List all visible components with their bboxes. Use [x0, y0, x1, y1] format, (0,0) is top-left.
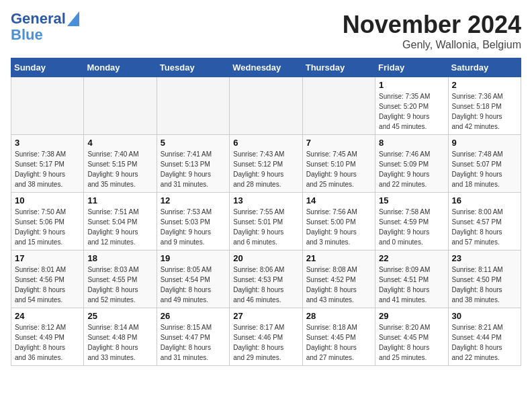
calendar-cell: 12Sunrise: 7:53 AM Sunset: 5:03 PM Dayli… [157, 193, 229, 250]
logo-text-general: General [11, 11, 66, 27]
weekday-header-monday: Monday [84, 58, 157, 77]
day-number: 27 [233, 311, 298, 321]
calendar-week-5: 24Sunrise: 8:12 AM Sunset: 4:49 PM Dayli… [11, 308, 521, 366]
day-info: Sunrise: 8:03 AM Sunset: 4:55 PM Dayligh… [87, 265, 152, 305]
day-number: 20 [233, 253, 298, 263]
day-info: Sunrise: 8:15 AM Sunset: 4:47 PM Dayligh… [161, 322, 226, 363]
weekday-header-thursday: Thursday [302, 58, 375, 77]
day-number: 26 [161, 311, 226, 321]
calendar-cell: 4Sunrise: 7:40 AM Sunset: 5:15 PM Daylig… [84, 135, 157, 193]
calendar-table: SundayMondayTuesdayWednesdayThursdayFrid… [11, 58, 521, 366]
calendar-cell: 8Sunrise: 7:46 AM Sunset: 5:09 PM Daylig… [375, 135, 448, 193]
day-number: 12 [161, 195, 226, 205]
day-info: Sunrise: 8:11 AM Sunset: 4:50 PM Dayligh… [452, 265, 517, 305]
calendar-header-row: SundayMondayTuesdayWednesdayThursdayFrid… [11, 58, 521, 77]
day-info: Sunrise: 8:12 AM Sunset: 4:49 PM Dayligh… [15, 322, 80, 363]
calendar-cell: 19Sunrise: 8:05 AM Sunset: 4:54 PM Dayli… [157, 250, 229, 308]
calendar-cell: 26Sunrise: 8:15 AM Sunset: 4:47 PM Dayli… [157, 308, 229, 366]
calendar-cell [230, 77, 302, 135]
day-info: Sunrise: 7:48 AM Sunset: 5:07 PM Dayligh… [452, 149, 517, 189]
day-info: Sunrise: 7:38 AM Sunset: 5:17 PM Dayligh… [15, 149, 80, 189]
day-info: Sunrise: 7:55 AM Sunset: 5:01 PM Dayligh… [233, 207, 298, 247]
day-info: Sunrise: 8:00 AM Sunset: 4:57 PM Dayligh… [452, 207, 517, 247]
day-info: Sunrise: 7:58 AM Sunset: 4:59 PM Dayligh… [379, 207, 444, 247]
day-info: Sunrise: 8:14 AM Sunset: 4:48 PM Dayligh… [87, 322, 152, 363]
day-info: Sunrise: 8:20 AM Sunset: 4:45 PM Dayligh… [379, 322, 444, 363]
calendar-cell: 20Sunrise: 8:06 AM Sunset: 4:53 PM Dayli… [230, 250, 302, 308]
day-info: Sunrise: 8:06 AM Sunset: 4:53 PM Dayligh… [233, 265, 298, 305]
day-info: Sunrise: 8:08 AM Sunset: 4:52 PM Dayligh… [306, 265, 371, 305]
day-info: Sunrise: 8:01 AM Sunset: 4:56 PM Dayligh… [15, 265, 80, 305]
day-number: 16 [452, 195, 517, 205]
day-number: 4 [87, 138, 152, 148]
day-number: 7 [306, 138, 371, 148]
day-number: 22 [379, 253, 444, 263]
calendar-cell: 22Sunrise: 8:09 AM Sunset: 4:51 PM Dayli… [375, 250, 448, 308]
day-number: 13 [233, 195, 298, 205]
logo-triangle-icon [67, 11, 79, 26]
calendar-week-1: 1Sunrise: 7:35 AM Sunset: 5:20 PM Daylig… [11, 77, 521, 135]
calendar-cell: 17Sunrise: 8:01 AM Sunset: 4:56 PM Dayli… [11, 250, 84, 308]
day-number: 10 [15, 195, 80, 205]
calendar-cell: 29Sunrise: 8:20 AM Sunset: 4:45 PM Dayli… [375, 308, 448, 366]
logo: General Blue [11, 11, 79, 43]
calendar-cell: 25Sunrise: 8:14 AM Sunset: 4:48 PM Dayli… [84, 308, 157, 366]
weekday-header-friday: Friday [375, 58, 448, 77]
day-info: Sunrise: 7:56 AM Sunset: 5:00 PM Dayligh… [306, 207, 371, 247]
calendar-cell [302, 77, 375, 135]
calendar-week-4: 17Sunrise: 8:01 AM Sunset: 4:56 PM Dayli… [11, 250, 521, 308]
calendar-cell: 27Sunrise: 8:17 AM Sunset: 4:46 PM Dayli… [230, 308, 302, 366]
day-info: Sunrise: 8:05 AM Sunset: 4:54 PM Dayligh… [161, 265, 226, 305]
calendar-cell: 28Sunrise: 8:18 AM Sunset: 4:45 PM Dayli… [302, 308, 375, 366]
day-info: Sunrise: 7:46 AM Sunset: 5:09 PM Dayligh… [379, 149, 444, 189]
calendar-cell: 11Sunrise: 7:51 AM Sunset: 5:04 PM Dayli… [84, 193, 157, 250]
day-number: 2 [452, 80, 517, 90]
calendar-cell [11, 77, 84, 135]
logo-text-blue: Blue [11, 27, 43, 43]
day-number: 17 [15, 253, 80, 263]
day-number: 6 [233, 138, 298, 148]
calendar-cell: 18Sunrise: 8:03 AM Sunset: 4:55 PM Dayli… [84, 250, 157, 308]
day-info: Sunrise: 7:50 AM Sunset: 5:06 PM Dayligh… [15, 207, 80, 247]
day-number: 14 [306, 195, 371, 205]
day-info: Sunrise: 7:43 AM Sunset: 5:12 PM Dayligh… [233, 149, 298, 189]
calendar-cell: 21Sunrise: 8:08 AM Sunset: 4:52 PM Dayli… [302, 250, 375, 308]
day-number: 18 [87, 253, 152, 263]
calendar-cell: 30Sunrise: 8:21 AM Sunset: 4:44 PM Dayli… [448, 308, 521, 366]
calendar-cell: 1Sunrise: 7:35 AM Sunset: 5:20 PM Daylig… [375, 77, 448, 135]
day-info: Sunrise: 7:51 AM Sunset: 5:04 PM Dayligh… [87, 207, 152, 247]
calendar-cell: 2Sunrise: 7:36 AM Sunset: 5:18 PM Daylig… [448, 77, 521, 135]
weekday-header-wednesday: Wednesday [230, 58, 302, 77]
calendar-cell: 13Sunrise: 7:55 AM Sunset: 5:01 PM Dayli… [230, 193, 302, 250]
calendar-cell [157, 77, 229, 135]
day-info: Sunrise: 7:35 AM Sunset: 5:20 PM Dayligh… [379, 91, 444, 132]
calendar-cell: 16Sunrise: 8:00 AM Sunset: 4:57 PM Dayli… [448, 193, 521, 250]
weekday-header-tuesday: Tuesday [157, 58, 229, 77]
day-info: Sunrise: 8:17 AM Sunset: 4:46 PM Dayligh… [233, 322, 298, 363]
day-info: Sunrise: 7:45 AM Sunset: 5:10 PM Dayligh… [306, 149, 371, 189]
day-number: 28 [306, 311, 371, 321]
calendar-cell: 5Sunrise: 7:41 AM Sunset: 5:13 PM Daylig… [157, 135, 229, 193]
calendar-cell: 7Sunrise: 7:45 AM Sunset: 5:10 PM Daylig… [302, 135, 375, 193]
calendar-cell: 14Sunrise: 7:56 AM Sunset: 5:00 PM Dayli… [302, 193, 375, 250]
calendar-cell: 23Sunrise: 8:11 AM Sunset: 4:50 PM Dayli… [448, 250, 521, 308]
calendar-week-2: 3Sunrise: 7:38 AM Sunset: 5:17 PM Daylig… [11, 135, 521, 193]
weekday-header-saturday: Saturday [448, 58, 521, 77]
location-subtitle: Genly, Wallonia, Belgium [343, 39, 521, 51]
day-info: Sunrise: 8:21 AM Sunset: 4:44 PM Dayligh… [452, 322, 517, 363]
header: General Blue November 2024 Genly, Wallon… [11, 11, 521, 51]
calendar-cell: 6Sunrise: 7:43 AM Sunset: 5:12 PM Daylig… [230, 135, 302, 193]
calendar-cell: 3Sunrise: 7:38 AM Sunset: 5:17 PM Daylig… [11, 135, 84, 193]
calendar-cell: 24Sunrise: 8:12 AM Sunset: 4:49 PM Dayli… [11, 308, 84, 366]
day-info: Sunrise: 7:53 AM Sunset: 5:03 PM Dayligh… [161, 207, 226, 247]
title-area: November 2024 Genly, Wallonia, Belgium [343, 11, 521, 51]
day-number: 9 [452, 138, 517, 148]
day-info: Sunrise: 8:18 AM Sunset: 4:45 PM Dayligh… [306, 322, 371, 363]
day-number: 21 [306, 253, 371, 263]
calendar-cell: 9Sunrise: 7:48 AM Sunset: 5:07 PM Daylig… [448, 135, 521, 193]
day-number: 23 [452, 253, 517, 263]
day-number: 3 [15, 138, 80, 148]
weekday-header-sunday: Sunday [11, 58, 84, 77]
day-info: Sunrise: 7:40 AM Sunset: 5:15 PM Dayligh… [87, 149, 152, 189]
day-number: 24 [15, 311, 80, 321]
